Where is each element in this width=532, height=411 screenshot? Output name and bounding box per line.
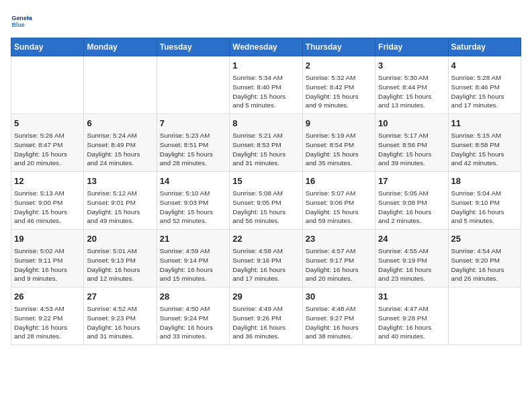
calendar-cell: 18Sunrise: 5:04 AM Sunset: 9:10 PM Dayli… xyxy=(448,172,521,230)
column-header-wednesday: Wednesday xyxy=(230,38,302,56)
day-number: 11 xyxy=(451,118,518,130)
calendar-cell: 21Sunrise: 4:59 AM Sunset: 9:14 PM Dayli… xyxy=(157,230,229,287)
calendar-cell: 16Sunrise: 5:07 AM Sunset: 9:06 PM Dayli… xyxy=(302,172,375,230)
day-info: Sunrise: 5:04 AM Sunset: 9:10 PM Dayligh… xyxy=(451,189,518,226)
day-info: Sunrise: 4:49 AM Sunset: 9:26 PM Dayligh… xyxy=(232,304,299,341)
calendar-cell: 14Sunrise: 5:10 AM Sunset: 9:03 PM Dayli… xyxy=(157,172,229,230)
calendar-table: SundayMondayTuesdayWednesdayThursdayFrid… xyxy=(11,38,521,345)
calendar-cell: 22Sunrise: 4:58 AM Sunset: 9:16 PM Dayli… xyxy=(230,230,302,287)
calendar-cell: 8Sunrise: 5:21 AM Sunset: 8:53 PM Daylig… xyxy=(230,114,302,172)
day-number: 4 xyxy=(451,60,518,72)
calendar-cell: 30Sunrise: 4:48 AM Sunset: 9:27 PM Dayli… xyxy=(302,287,375,345)
day-number: 3 xyxy=(378,60,445,72)
day-number: 12 xyxy=(14,175,81,187)
day-number: 26 xyxy=(14,291,81,303)
day-info: Sunrise: 5:07 AM Sunset: 9:06 PM Dayligh… xyxy=(306,189,372,226)
day-number: 15 xyxy=(232,175,299,187)
day-info: Sunrise: 5:26 AM Sunset: 8:47 PM Dayligh… xyxy=(14,131,81,168)
calendar-cell xyxy=(84,56,157,114)
header-row: SundayMondayTuesdayWednesdayThursdayFrid… xyxy=(11,38,521,56)
day-info: Sunrise: 4:54 AM Sunset: 9:20 PM Dayligh… xyxy=(451,246,518,283)
calendar-cell: 13Sunrise: 5:12 AM Sunset: 9:01 PM Dayli… xyxy=(84,172,157,230)
day-number: 16 xyxy=(306,175,372,187)
day-number: 28 xyxy=(160,291,226,303)
calendar-cell xyxy=(11,56,84,114)
day-info: Sunrise: 5:23 AM Sunset: 8:51 PM Dayligh… xyxy=(160,131,226,168)
week-row-4: 19Sunrise: 5:02 AM Sunset: 9:11 PM Dayli… xyxy=(11,230,521,287)
svg-text:Blue: Blue xyxy=(12,21,25,28)
week-row-2: 5Sunrise: 5:26 AM Sunset: 8:47 PM Daylig… xyxy=(11,114,521,172)
day-info: Sunrise: 5:05 AM Sunset: 9:08 PM Dayligh… xyxy=(378,189,445,226)
calendar-cell: 2Sunrise: 5:32 AM Sunset: 8:42 PM Daylig… xyxy=(302,56,375,114)
day-number: 27 xyxy=(87,291,153,303)
day-info: Sunrise: 5:21 AM Sunset: 8:53 PM Dayligh… xyxy=(232,131,299,168)
day-info: Sunrise: 4:47 AM Sunset: 9:28 PM Dayligh… xyxy=(378,304,445,341)
day-number: 17 xyxy=(378,175,445,187)
day-number: 29 xyxy=(232,291,299,303)
calendar-cell: 20Sunrise: 5:01 AM Sunset: 9:13 PM Dayli… xyxy=(84,230,157,287)
day-info: Sunrise: 4:59 AM Sunset: 9:14 PM Dayligh… xyxy=(160,246,226,283)
week-row-3: 12Sunrise: 5:13 AM Sunset: 9:00 PM Dayli… xyxy=(11,172,521,230)
day-number: 23 xyxy=(306,233,372,245)
day-number: 8 xyxy=(232,118,299,130)
column-header-thursday: Thursday xyxy=(302,38,375,56)
day-info: Sunrise: 5:12 AM Sunset: 9:01 PM Dayligh… xyxy=(87,189,153,226)
day-info: Sunrise: 5:08 AM Sunset: 9:05 PM Dayligh… xyxy=(232,189,299,226)
week-row-1: 1Sunrise: 5:34 AM Sunset: 8:40 PM Daylig… xyxy=(11,56,521,114)
day-number: 10 xyxy=(378,118,445,130)
day-number: 2 xyxy=(306,60,372,72)
day-number: 9 xyxy=(306,118,372,130)
day-info: Sunrise: 5:32 AM Sunset: 8:42 PM Dayligh… xyxy=(306,73,372,110)
calendar-cell: 29Sunrise: 4:49 AM Sunset: 9:26 PM Dayli… xyxy=(230,287,302,345)
day-info: Sunrise: 4:53 AM Sunset: 9:22 PM Dayligh… xyxy=(14,304,81,341)
calendar-cell: 31Sunrise: 4:47 AM Sunset: 9:28 PM Dayli… xyxy=(375,287,448,345)
column-header-monday: Monday xyxy=(84,38,157,56)
column-header-friday: Friday xyxy=(375,38,448,56)
day-number: 25 xyxy=(451,233,518,245)
day-number: 30 xyxy=(306,291,372,303)
day-info: Sunrise: 5:34 AM Sunset: 8:40 PM Dayligh… xyxy=(232,73,299,110)
calendar-cell: 17Sunrise: 5:05 AM Sunset: 9:08 PM Dayli… xyxy=(375,172,448,230)
calendar-cell: 28Sunrise: 4:50 AM Sunset: 9:24 PM Dayli… xyxy=(157,287,229,345)
calendar-cell: 23Sunrise: 4:57 AM Sunset: 9:17 PM Dayli… xyxy=(302,230,375,287)
calendar-cell: 12Sunrise: 5:13 AM Sunset: 9:00 PM Dayli… xyxy=(11,172,84,230)
calendar-cell: 26Sunrise: 4:53 AM Sunset: 9:22 PM Dayli… xyxy=(11,287,84,345)
day-info: Sunrise: 5:01 AM Sunset: 9:13 PM Dayligh… xyxy=(87,246,153,283)
logo-icon: General Blue xyxy=(11,11,32,32)
day-number: 21 xyxy=(160,233,226,245)
day-info: Sunrise: 4:55 AM Sunset: 9:19 PM Dayligh… xyxy=(378,246,445,283)
day-info: Sunrise: 4:48 AM Sunset: 9:27 PM Dayligh… xyxy=(306,304,372,341)
calendar-cell: 1Sunrise: 5:34 AM Sunset: 8:40 PM Daylig… xyxy=(230,56,302,114)
calendar-cell xyxy=(157,56,229,114)
day-info: Sunrise: 5:17 AM Sunset: 8:56 PM Dayligh… xyxy=(378,131,445,168)
calendar-cell: 11Sunrise: 5:15 AM Sunset: 8:58 PM Dayli… xyxy=(448,114,521,172)
calendar-cell: 19Sunrise: 5:02 AM Sunset: 9:11 PM Dayli… xyxy=(11,230,84,287)
day-info: Sunrise: 5:19 AM Sunset: 8:54 PM Dayligh… xyxy=(306,131,372,168)
calendar-cell: 27Sunrise: 4:52 AM Sunset: 9:23 PM Dayli… xyxy=(84,287,157,345)
day-number: 18 xyxy=(451,175,518,187)
day-number: 14 xyxy=(160,175,226,187)
column-header-sunday: Sunday xyxy=(11,38,84,56)
day-info: Sunrise: 5:24 AM Sunset: 8:49 PM Dayligh… xyxy=(87,131,153,168)
day-number: 7 xyxy=(160,118,226,130)
day-number: 22 xyxy=(232,233,299,245)
calendar-cell: 3Sunrise: 5:30 AM Sunset: 8:44 PM Daylig… xyxy=(375,56,448,114)
day-info: Sunrise: 5:30 AM Sunset: 8:44 PM Dayligh… xyxy=(378,73,445,110)
day-info: Sunrise: 5:10 AM Sunset: 9:03 PM Dayligh… xyxy=(160,189,226,226)
day-number: 13 xyxy=(87,175,153,187)
day-info: Sunrise: 5:13 AM Sunset: 9:00 PM Dayligh… xyxy=(14,189,81,226)
day-info: Sunrise: 4:50 AM Sunset: 9:24 PM Dayligh… xyxy=(160,304,226,341)
calendar-cell: 10Sunrise: 5:17 AM Sunset: 8:56 PM Dayli… xyxy=(375,114,448,172)
column-header-tuesday: Tuesday xyxy=(157,38,229,56)
day-info: Sunrise: 4:58 AM Sunset: 9:16 PM Dayligh… xyxy=(232,246,299,283)
day-info: Sunrise: 5:02 AM Sunset: 9:11 PM Dayligh… xyxy=(14,246,81,283)
day-info: Sunrise: 5:15 AM Sunset: 8:58 PM Dayligh… xyxy=(451,131,518,168)
calendar-cell: 4Sunrise: 5:28 AM Sunset: 8:46 PM Daylig… xyxy=(448,56,521,114)
day-number: 19 xyxy=(14,233,81,245)
calendar-cell: 7Sunrise: 5:23 AM Sunset: 8:51 PM Daylig… xyxy=(157,114,229,172)
day-number: 31 xyxy=(378,291,445,303)
calendar-cell: 9Sunrise: 5:19 AM Sunset: 8:54 PM Daylig… xyxy=(302,114,375,172)
column-header-saturday: Saturday xyxy=(448,38,521,56)
calendar-cell: 25Sunrise: 4:54 AM Sunset: 9:20 PM Dayli… xyxy=(448,230,521,287)
day-number: 24 xyxy=(378,233,445,245)
